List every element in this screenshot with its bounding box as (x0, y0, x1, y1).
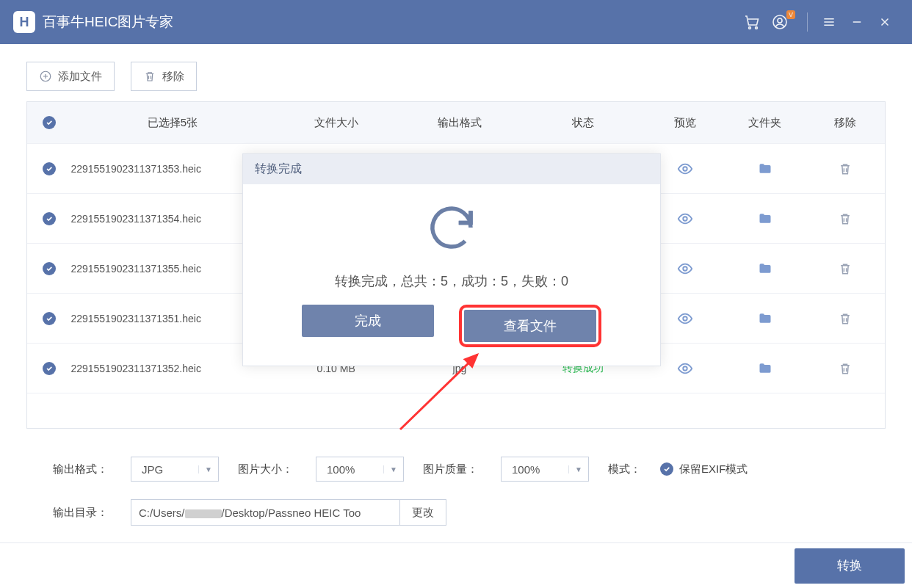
table-filler-row (27, 393, 885, 428)
trash-icon (838, 311, 853, 326)
dialog-summary: 转换完成，总共：5，成功：5，失败：0 (243, 272, 660, 290)
folder-button[interactable] (725, 261, 805, 276)
format-label: 输出格式： (53, 462, 112, 476)
format-select[interactable]: JPG ▼ (131, 457, 219, 482)
quality-select[interactable]: 100% ▼ (501, 457, 589, 482)
check-icon (43, 212, 56, 225)
check-icon (43, 362, 56, 375)
folder-icon (758, 211, 772, 226)
outdir-input[interactable]: C:/Users//Desktop/Passneo HEIC Too 更改 (131, 499, 446, 526)
settings-panel: 输出格式： JPG ▼ 图片大小： 100% ▼ 图片质量： 100% ▼ 模式… (26, 429, 886, 526)
menu-icon[interactable] (815, 15, 843, 29)
row-delete-button[interactable] (805, 211, 885, 226)
trash-icon (143, 70, 156, 83)
exif-checkbox[interactable]: 保留EXIF模式 (660, 462, 748, 476)
view-files-button[interactable]: 查看文件 (464, 310, 596, 342)
row-check[interactable] (27, 362, 70, 375)
row-delete-button[interactable] (805, 261, 885, 276)
app-title: 百事牛HEIC图片专家 (43, 12, 173, 32)
svg-point-5 (683, 167, 687, 171)
chevron-down-icon: ▼ (383, 465, 397, 473)
check-icon (43, 312, 56, 325)
svg-point-1 (756, 27, 758, 29)
cart-icon[interactable] (738, 13, 766, 31)
exif-label: 保留EXIF模式 (679, 462, 748, 476)
mode-label: 模式： (608, 462, 641, 476)
folder-icon (758, 361, 772, 376)
svg-point-3 (778, 18, 782, 23)
complete-dialog: 转换完成 转换完成，总共：5，成功：5，失败：0 完成 查看文件 (242, 153, 661, 366)
size-label: 图片大小： (238, 462, 297, 476)
remove-label: 移除 (162, 70, 184, 84)
svg-point-0 (749, 27, 751, 29)
check-icon (660, 462, 673, 476)
user-icon[interactable]: V (766, 13, 794, 31)
folder-icon (758, 311, 772, 326)
svg-point-8 (683, 316, 687, 321)
folder-button[interactable] (725, 311, 805, 326)
header-size: 文件大小 (275, 116, 398, 130)
trash-icon (838, 161, 853, 176)
check-all-icon (43, 116, 56, 129)
dialog-title: 转换完成 (243, 154, 660, 184)
size-value: 100% (327, 463, 355, 476)
size-select[interactable]: 100% ▼ (316, 457, 404, 482)
eye-icon (677, 311, 693, 327)
folder-button[interactable] (725, 161, 805, 176)
eye-icon (677, 261, 693, 277)
header-delete: 移除 (805, 116, 885, 130)
vip-badge: V (786, 10, 795, 19)
footer: 转换 (0, 542, 912, 588)
plus-circle-icon (39, 70, 52, 83)
titlebar: H 百事牛HEIC图片专家 V (0, 0, 912, 44)
row-check[interactable] (27, 212, 70, 225)
row-check[interactable] (27, 162, 70, 175)
redacted-user (185, 509, 222, 518)
convert-button[interactable]: 转换 (795, 548, 905, 584)
add-file-label: 添加文件 (58, 70, 102, 84)
format-value: JPG (142, 463, 163, 476)
svg-point-9 (683, 366, 687, 371)
eye-icon (677, 161, 693, 177)
folder-icon (758, 261, 772, 276)
remove-button[interactable]: 移除 (131, 62, 197, 91)
row-delete-button[interactable] (805, 311, 885, 326)
add-file-button[interactable]: 添加文件 (26, 62, 115, 91)
header-status: 状态 (521, 116, 645, 130)
close-icon[interactable] (871, 15, 899, 29)
row-delete-button[interactable] (805, 161, 885, 176)
eye-icon (677, 360, 693, 377)
outdir-text: C:/Users//Desktop/Passneo HEIC Too (131, 507, 399, 519)
quality-value: 100% (512, 463, 540, 476)
outdir-label: 输出目录： (53, 506, 112, 520)
chevron-down-icon: ▼ (198, 465, 212, 473)
header-folder: 文件夹 (725, 116, 805, 130)
quality-label: 图片质量： (423, 462, 482, 476)
check-icon (43, 262, 56, 275)
minimize-icon[interactable] (843, 15, 871, 29)
svg-point-7 (683, 266, 687, 271)
title-divider (807, 12, 808, 32)
folder-button[interactable] (725, 361, 805, 376)
change-path-button[interactable]: 更改 (399, 500, 446, 525)
folder-button[interactable] (725, 211, 805, 226)
trash-icon (838, 211, 853, 226)
header-format: 输出格式 (398, 116, 521, 130)
chevron-down-icon: ▼ (568, 465, 582, 473)
trash-icon (838, 261, 853, 276)
header-name: 已选择5张 (70, 116, 274, 130)
done-button[interactable]: 完成 (302, 305, 434, 337)
svg-point-6 (683, 217, 687, 221)
table-header: 已选择5张 文件大小 输出格式 状态 预览 文件夹 移除 (27, 102, 885, 143)
row-check[interactable] (27, 312, 70, 325)
row-delete-button[interactable] (805, 361, 885, 376)
app-logo: H (13, 11, 35, 33)
folder-icon (758, 161, 772, 176)
row-check[interactable] (27, 262, 70, 275)
header-preview: 预览 (645, 116, 725, 130)
trash-icon (838, 361, 853, 376)
highlight-annotation: 查看文件 (459, 305, 601, 347)
eye-icon (677, 211, 693, 227)
refresh-icon (243, 199, 660, 259)
header-check[interactable] (27, 116, 70, 129)
